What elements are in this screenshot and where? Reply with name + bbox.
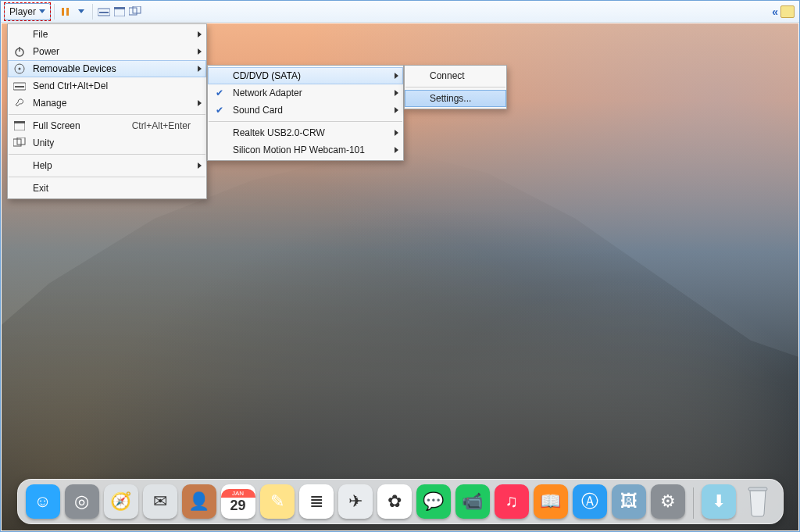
submenu-cddvd[interactable]: ✔ CD/DVD (SATA) — [208, 67, 403, 84]
submenu-connect[interactable]: • Connect — [405, 67, 506, 84]
dock-app-photos[interactable]: ✿ — [377, 484, 412, 519]
power-dropdown-button[interactable] — [73, 4, 89, 20]
dock-app-mail[interactable]: ✉ — [143, 484, 177, 519]
menu-send-cad[interactable]: Send Ctrl+Alt+Del — [8, 77, 206, 95]
svg-rect-3 — [99, 12, 109, 13]
submenu-arrow-icon — [198, 162, 202, 169]
dock-app-maps[interactable]: ✈ — [338, 484, 373, 519]
menu-unity[interactable]: Unity — [8, 134, 206, 152]
dock-app-sysprefs[interactable]: ⚙ — [651, 484, 685, 519]
dock-app-facetime[interactable]: 📹 — [455, 484, 490, 519]
dock-app-contacts[interactable]: 👤 — [182, 484, 216, 519]
menu-separator — [9, 154, 205, 155]
submenu-network-label: Network Adapter — [233, 87, 388, 98]
svg-point-12 — [19, 68, 21, 70]
submenu-arrow-icon — [395, 147, 398, 153]
dock-app-appstore[interactable]: Ⓐ — [573, 484, 607, 519]
menu-exit[interactable]: • Exit — [8, 180, 206, 197]
menu-separator — [405, 87, 505, 87]
pause-button[interactable] — [58, 4, 73, 20]
dock-app-itunes[interactable]: ♫ — [495, 484, 529, 519]
svg-rect-8 — [748, 487, 767, 491]
dock-app-reminders[interactable]: ≣ — [299, 484, 334, 519]
dropdown-icon — [78, 9, 84, 13]
menu-unity-label: Unity — [33, 137, 191, 148]
player-menu-button[interactable]: Player — [4, 3, 51, 20]
dock-app-ibooks[interactable]: 📖 — [534, 484, 568, 519]
notes-icon[interactable] — [780, 5, 795, 18]
submenu-network-adapter[interactable]: ✔ Network Adapter — [208, 84, 403, 102]
menu-power[interactable]: Power — [8, 43, 206, 60]
menu-help-label: Help — [33, 160, 191, 171]
unity-toolbar-button[interactable] — [127, 4, 143, 20]
dock-app-finder[interactable]: ☺ — [26, 484, 60, 519]
svg-rect-16 — [14, 121, 25, 123]
menu-exit-label: Exit — [33, 183, 191, 194]
menu-separator — [9, 114, 205, 115]
dock: ☺◎🧭✉👤JAN29✎≣✈✿💬📹♫📖Ⓐ🖼⚙⬇ — [17, 479, 784, 524]
dock-trash[interactable] — [741, 484, 775, 519]
dock-app-safari[interactable]: 🧭 — [104, 484, 138, 519]
submenu-settings[interactable]: • Settings... — [405, 90, 506, 107]
check-icon: ✔ — [212, 86, 227, 100]
submenu-sound-card[interactable]: ✔ Sound Card — [208, 102, 403, 119]
collapse-icon[interactable]: « — [772, 5, 776, 18]
submenu-realtek-usb[interactable]: ✔ Realtek USB2.0-CRW — [208, 124, 403, 141]
svg-rect-0 — [62, 8, 64, 16]
svg-rect-14 — [15, 86, 24, 87]
unity-icon — [12, 136, 27, 150]
submenu-arrow-icon — [198, 31, 202, 37]
dock-container: ☺◎🧭✉👤JAN29✎≣✈✿💬📹♫📖Ⓐ🖼⚙⬇ — [2, 479, 798, 524]
player-menu: • File Power Removable Devices Send Ctrl… — [7, 23, 207, 199]
check-icon: ✔ — [212, 103, 227, 117]
submenu-arrow-icon — [198, 66, 202, 72]
dock-app-launchpad[interactable]: ◎ — [65, 484, 99, 519]
submenu-sound-label: Sound Card — [233, 105, 388, 116]
menu-help[interactable]: • Help — [8, 157, 206, 174]
toolbar-separator — [54, 4, 55, 20]
vmware-player-window: Player « — [0, 0, 800, 532]
submenu-hp-webcam[interactable]: ✔ Silicon Motion HP Webcam-101 — [208, 141, 403, 159]
dock-app-calendar[interactable]: JAN29 — [221, 484, 255, 519]
submenu-connect-label: Connect — [430, 70, 491, 81]
cddvd-submenu: • Connect • Settings... — [404, 65, 507, 109]
fullscreen-icon — [12, 119, 27, 133]
submenu-arrow-icon — [198, 100, 202, 106]
submenu-webcam-label: Silicon Motion HP Webcam-101 — [233, 145, 388, 155]
menu-power-label: Power — [33, 46, 191, 57]
send-cad-toolbar-button[interactable] — [96, 4, 112, 20]
menu-removable-devices[interactable]: Removable Devices — [8, 60, 206, 77]
power-icon — [12, 45, 27, 59]
dock-downloads[interactable]: ⬇ — [702, 484, 736, 519]
menu-full-screen-accel: Ctrl+Alt+Enter — [132, 120, 191, 131]
dock-separator — [693, 487, 694, 519]
svg-rect-1 — [66, 8, 69, 16]
wrench-icon — [12, 96, 27, 110]
submenu-settings-label: Settings... — [430, 93, 491, 104]
submenu-arrow-icon — [395, 107, 398, 113]
menu-send-cad-label: Send Ctrl+Alt+Del — [33, 80, 191, 91]
fullscreen-toolbar-button[interactable] — [112, 4, 127, 20]
menu-separator — [9, 177, 205, 177]
keyboard-icon — [12, 79, 27, 93]
toolbar-right: « — [772, 1, 795, 23]
player-menu-label: Player — [9, 6, 36, 17]
dock-app-notes[interactable]: ✎ — [260, 484, 295, 519]
submenu-arrow-icon — [395, 130, 398, 136]
submenu-realtek-label: Realtek USB2.0-CRW — [233, 127, 388, 138]
submenu-arrow-icon — [395, 90, 398, 96]
menu-full-screen-label: Full Screen — [33, 120, 109, 131]
dock-app-preview[interactable]: 🖼 — [612, 484, 646, 519]
menu-manage-label: Manage — [33, 98, 191, 109]
submenu-cddvd-label: CD/DVD (SATA) — [233, 70, 388, 81]
menu-file[interactable]: • File — [8, 26, 206, 43]
svg-rect-5 — [114, 7, 125, 9]
menu-removable-label: Removable Devices — [33, 63, 191, 74]
dock-app-messages[interactable]: 💬 — [416, 484, 451, 519]
menu-full-screen[interactable]: Full Screen Ctrl+Alt+Enter — [8, 117, 206, 134]
menu-manage[interactable]: Manage — [8, 95, 206, 112]
menu-file-label: File — [33, 29, 191, 40]
toolbar: Player « — [1, 1, 799, 23]
submenu-arrow-icon — [198, 48, 202, 55]
submenu-arrow-icon — [395, 73, 398, 79]
